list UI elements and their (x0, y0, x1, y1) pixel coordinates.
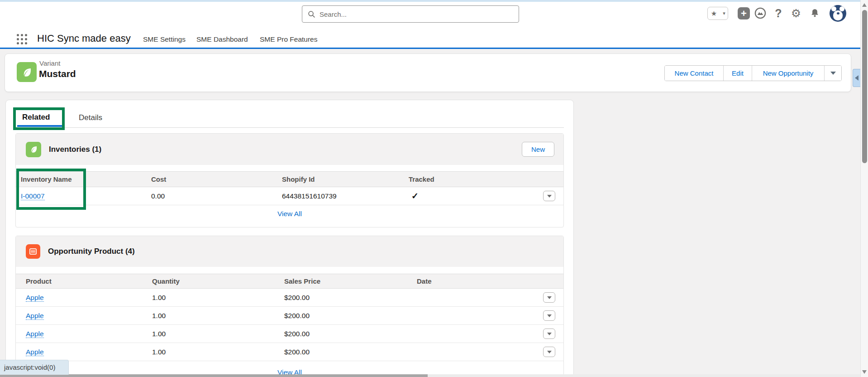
product-link[interactable]: Apple (26, 330, 44, 338)
column-header-product[interactable]: Product (26, 277, 152, 285)
trailhead-icon[interactable] (754, 6, 767, 20)
new-opportunity-button[interactable]: New Opportunity (752, 66, 824, 81)
quantity-cell: 1.00 (152, 330, 284, 338)
favorites-button-group[interactable]: ★ ▾ (707, 7, 728, 20)
app-name: HIC Sync made easy (37, 33, 131, 44)
row-actions-button[interactable] (543, 310, 555, 321)
column-header-date[interactable]: Date (417, 277, 525, 285)
nav-tab-sme-settings[interactable]: SME Settings (143, 35, 186, 44)
table-row: Apple 1.00 $200.00 (16, 307, 563, 325)
inventories-header: Inventories (1) New (16, 134, 563, 165)
global-actions-icon[interactable]: + (738, 7, 750, 19)
avatar-ear (839, 6, 844, 11)
chevron-down-icon (547, 296, 552, 299)
sales-price-cell: $200.00 (284, 294, 417, 302)
notifications-bell-icon[interactable] (808, 7, 821, 19)
opportunity-product-icon (26, 244, 40, 259)
opportunity-product-panel: Opportunity Product (4) Product Quantity… (15, 236, 564, 377)
row-actions-button[interactable] (543, 347, 555, 357)
favorites-caret-icon[interactable]: ▾ (720, 10, 728, 16)
table-row: Apple 1.00 $200.00 (16, 289, 563, 307)
sales-price-cell: $200.00 (284, 312, 417, 320)
chevron-left-icon (855, 75, 858, 81)
opportunity-product-header: Opportunity Product (4) (16, 236, 563, 267)
horizontal-scrollbar[interactable] (0, 374, 860, 377)
sales-price-cell: $200.00 (284, 348, 417, 356)
checkmark-icon: ✓ (409, 191, 525, 201)
chevron-down-icon (547, 314, 552, 317)
avatar-nose (837, 12, 839, 14)
row-actions-button[interactable] (543, 329, 555, 339)
product-link[interactable]: Apple (26, 294, 44, 302)
scroll-up-arrow-icon[interactable] (862, 3, 867, 7)
inventories-new-button[interactable]: New (522, 142, 554, 157)
column-header-shopify-id[interactable]: Shopify Id (282, 175, 409, 183)
quantity-cell: 1.00 (152, 312, 284, 320)
column-header-quantity[interactable]: Quantity (152, 277, 284, 285)
opportunity-product-table-header: Product Quantity Sales Price Date (16, 274, 563, 289)
nav-tab-sme-dashboard[interactable]: SME Dashboard (196, 35, 248, 44)
more-actions-button[interactable] (824, 66, 841, 81)
inventories-panel: Inventories (1) New Inventory Name Cost … (15, 133, 564, 227)
tab-related[interactable]: Related (22, 113, 50, 122)
browser-status-bar: javascript:void(0) (0, 360, 69, 375)
chevron-down-icon (547, 333, 552, 335)
vertical-scrollbar[interactable] (860, 0, 868, 377)
window-top-edge (0, 0, 868, 2)
inventory-name-link[interactable]: I-00007 (21, 192, 45, 200)
new-contact-button[interactable]: New Contact (665, 66, 723, 81)
column-header-tracked[interactable]: Tracked (409, 175, 525, 183)
column-header-cost[interactable]: Cost (151, 175, 282, 183)
tab-strip-divider (15, 127, 564, 128)
chevron-down-icon (830, 72, 836, 75)
quantity-cell: 1.00 (152, 348, 284, 356)
edit-button[interactable]: Edit (723, 66, 752, 81)
entity-label: Variant (39, 59, 60, 67)
cost-cell: 0.00 (151, 192, 282, 200)
sales-price-cell: $200.00 (284, 330, 417, 338)
active-tab-indicator (17, 125, 62, 127)
inventories-title[interactable]: Inventories (1) (49, 145, 101, 154)
column-header-inventory-name[interactable]: Inventory Name (21, 175, 151, 183)
row-actions-button[interactable] (543, 191, 555, 201)
shopify-id-cell: 64438151610739 (282, 192, 409, 200)
opportunity-product-title[interactable]: Opportunity Product (4) (48, 247, 135, 256)
record-title: Mustard (39, 68, 76, 79)
product-link[interactable]: Apple (26, 348, 44, 356)
scroll-down-arrow-icon[interactable] (862, 370, 867, 374)
view-all-link[interactable]: View All (277, 210, 302, 218)
table-row: I-00007 0.00 64438151610739 ✓ (16, 187, 563, 205)
tab-details[interactable]: Details (79, 113, 102, 122)
vertical-scrollbar-thumb[interactable] (862, 10, 867, 163)
search-input[interactable] (320, 10, 513, 18)
nav-tab-sme-pro-features[interactable]: SME Pro Features (260, 35, 318, 44)
global-header: ★ ▾ + ? ⚙ (0, 0, 860, 29)
table-row: Apple 1.00 $200.00 (16, 325, 563, 343)
global-search-box[interactable] (302, 5, 519, 23)
variant-leaf-icon (17, 62, 37, 82)
inventories-view-all: View All (16, 210, 563, 218)
record-action-group: New Contact Edit New Opportunity (664, 65, 842, 81)
row-actions-button[interactable] (543, 292, 555, 303)
inventories-table-header: Inventory Name Cost Shopify Id Tracked (16, 171, 563, 187)
search-icon (308, 10, 315, 18)
app-launcher-icon[interactable] (17, 34, 27, 44)
salesforce-window: ★ ▾ + ? ⚙ HIC Sync made easy SME Setting… (0, 0, 868, 377)
setup-gear-icon[interactable]: ⚙ (789, 6, 803, 20)
table-row: Apple 1.00 $200.00 (16, 343, 563, 361)
user-avatar[interactable] (830, 5, 846, 22)
chevron-down-icon (547, 351, 552, 353)
quantity-cell: 1.00 (152, 294, 284, 302)
help-icon[interactable]: ? (773, 6, 784, 20)
collapse-panel-toggle[interactable] (853, 69, 860, 87)
inventories-leaf-icon (26, 142, 41, 157)
favorites-star-icon[interactable]: ★ (708, 10, 720, 18)
column-header-sales-price[interactable]: Sales Price (284, 277, 417, 285)
product-link[interactable]: Apple (26, 312, 44, 320)
chevron-down-icon (547, 195, 552, 198)
